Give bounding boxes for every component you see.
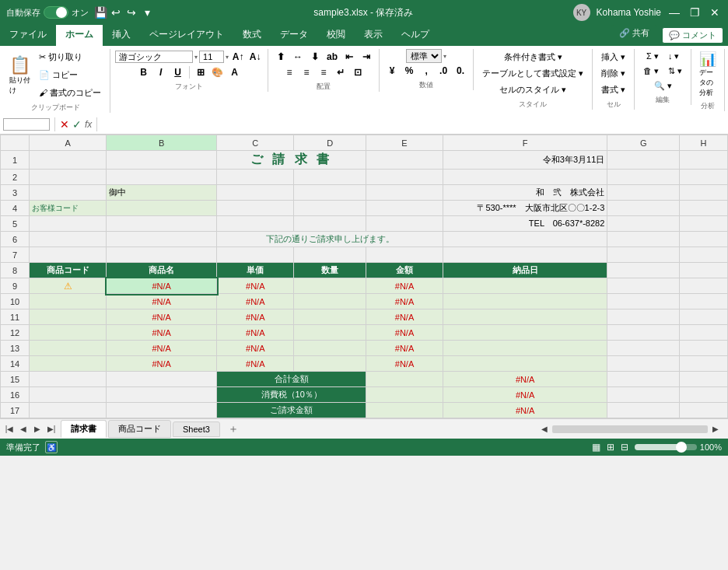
user-avatar[interactable]: KY — [573, 4, 590, 21]
cell-a14[interactable] — [30, 356, 107, 372]
increase-font-button[interactable]: A↑ — [230, 49, 246, 65]
cell-f11[interactable] — [443, 309, 607, 325]
cell-f3[interactable]: 和 弐 株式会社 — [443, 185, 607, 201]
align-left-button[interactable]: ≡ — [282, 65, 297, 80]
undo-button[interactable]: ↩ — [109, 5, 123, 19]
align-right-button[interactable]: ≡ — [316, 65, 331, 80]
cell-f2[interactable] — [443, 170, 607, 185]
col-header-c[interactable]: C — [217, 135, 294, 151]
cell-c8[interactable]: 単価 — [217, 263, 294, 278]
cell-e17[interactable] — [366, 403, 443, 418]
cell-a9[interactable]: ⚠ — [30, 278, 107, 294]
cell-g13[interactable] — [607, 341, 680, 356]
nav-first-sheet[interactable]: |◀ — [3, 423, 16, 435]
cell-a11[interactable] — [30, 309, 107, 325]
cell-e7[interactable] — [366, 247, 443, 263]
cell-g3[interactable] — [607, 185, 680, 201]
cell-g15[interactable] — [607, 372, 680, 387]
fill-color-button[interactable]: 🎨 — [210, 65, 226, 80]
tab-home[interactable]: ホーム — [56, 25, 103, 46]
cell-d3[interactable] — [294, 185, 366, 201]
cell-b9[interactable]: #N/A — [107, 278, 217, 294]
cell-g12[interactable] — [607, 325, 680, 341]
cell-e11[interactable]: #N/A — [366, 309, 443, 325]
cell-h7[interactable] — [680, 247, 728, 263]
cell-c5[interactable] — [217, 216, 294, 232]
sheet-tab-sheet3[interactable]: Sheet3 — [173, 421, 220, 437]
italic-button[interactable]: I — [153, 65, 169, 80]
format-cell-button[interactable]: 書式 ▾ — [597, 82, 629, 98]
cell-c7[interactable] — [217, 247, 294, 263]
tab-view[interactable]: 表示 — [355, 25, 392, 46]
cell-g14[interactable] — [607, 356, 680, 372]
cell-b10[interactable]: #N/A — [107, 294, 217, 309]
cell-a8[interactable]: 商品コード — [30, 263, 107, 278]
add-sheet-button[interactable]: ＋ — [222, 421, 245, 438]
cell-e9[interactable]: #N/A — [366, 278, 443, 294]
cell-a5[interactable] — [30, 216, 107, 232]
cell-d2[interactable] — [294, 170, 366, 185]
cell-f7[interactable] — [443, 247, 607, 263]
scroll-right-button[interactable]: ▶ — [709, 423, 722, 435]
cell-g17[interactable] — [607, 403, 680, 418]
cell-c11[interactable]: #N/A — [217, 309, 294, 325]
cell-h6[interactable] — [680, 232, 728, 247]
font-name-input[interactable] — [115, 51, 193, 63]
tab-file[interactable]: ファイル — [0, 25, 56, 46]
cell-d11[interactable] — [294, 309, 366, 325]
cell-h15[interactable] — [680, 372, 728, 387]
save-button[interactable]: 💾 — [93, 5, 107, 19]
cell-c15[interactable]: 合計金額 — [217, 372, 366, 387]
more-button[interactable]: ▾ — [140, 5, 154, 19]
cell-d4[interactable] — [294, 201, 366, 216]
cell-f8[interactable]: 納品日 — [443, 263, 607, 278]
cell-e4[interactable] — [366, 201, 443, 216]
cell-e14[interactable]: #N/A — [366, 356, 443, 372]
cell-h8[interactable] — [680, 263, 728, 278]
redo-button[interactable]: ↪ — [124, 5, 138, 19]
cell-b3[interactable]: 御中 — [107, 185, 217, 201]
cell-e13[interactable]: #N/A — [366, 341, 443, 356]
cell-b13[interactable]: #N/A — [107, 341, 217, 356]
delete-cell-button[interactable]: 削除 ▾ — [597, 65, 629, 82]
cell-a10[interactable] — [30, 294, 107, 309]
find-button[interactable]: 🔍 ▾ — [650, 79, 676, 93]
cut-button[interactable]: ✂ 切り取り — [35, 49, 105, 65]
cell-f6[interactable] — [443, 232, 607, 247]
font-size-dropdown-arrow[interactable]: ▾ — [226, 54, 229, 61]
cell-c1[interactable]: ご 請 求 書 — [217, 151, 366, 170]
col-header-g[interactable]: G — [607, 135, 680, 151]
cell-g2[interactable] — [607, 170, 680, 185]
accessibility-button[interactable]: ♿ — [45, 441, 58, 453]
cell-g16[interactable] — [607, 387, 680, 403]
cell-a1[interactable] — [30, 151, 107, 170]
comma-button[interactable]: , — [418, 63, 434, 79]
cell-h12[interactable] — [680, 325, 728, 341]
cell-a15[interactable] — [30, 372, 107, 387]
nav-last-sheet[interactable]: ▶| — [45, 423, 58, 435]
cell-c12[interactable]: #N/A — [217, 325, 294, 341]
decrease-font-button[interactable]: A↓ — [247, 49, 263, 65]
align-top-button[interactable]: ⬆ — [273, 49, 289, 65]
cell-a4[interactable]: お客様コード — [30, 201, 107, 216]
cell-a13[interactable] — [30, 341, 107, 356]
insert-cell-button[interactable]: 挿入 ▾ — [597, 49, 629, 65]
formula-input[interactable]: =VLOOKUP(A9,商品コード!A:C,2,0) — [102, 120, 725, 129]
currency-button[interactable]: ¥ — [384, 63, 400, 79]
tab-review[interactable]: 校閲 — [317, 25, 355, 46]
cell-e10[interactable]: #N/A — [366, 294, 443, 309]
align-bottom-button[interactable]: ⬇ — [307, 49, 323, 65]
percent-button[interactable]: % — [401, 63, 417, 79]
cell-b15[interactable] — [107, 372, 217, 387]
share-button[interactable]: 🔗 共有 — [611, 25, 657, 46]
cell-h9[interactable] — [680, 278, 728, 294]
col-header-f[interactable]: F — [443, 135, 607, 151]
cell-g11[interactable] — [607, 309, 680, 325]
cell-h16[interactable] — [680, 387, 728, 403]
tab-page-layout[interactable]: ページレイアウト — [140, 25, 233, 46]
indent-increase-button[interactable]: ⇥ — [359, 49, 374, 65]
cell-g1[interactable] — [607, 151, 680, 170]
wrap-text-button[interactable]: ↵ — [333, 65, 348, 80]
cell-f14[interactable] — [443, 356, 607, 372]
cell-f1[interactable]: 令和3年3月11日 — [443, 151, 607, 170]
